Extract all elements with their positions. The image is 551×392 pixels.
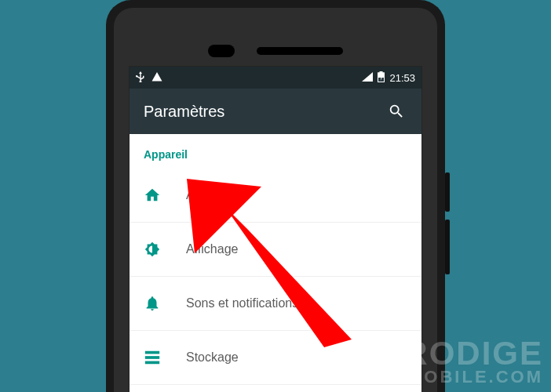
brightness-icon: [144, 241, 161, 258]
setting-item-home[interactable]: Accueil: [130, 169, 421, 223]
setting-item-display[interactable]: Affichage: [130, 223, 421, 277]
section-header-device: Appareil: [130, 134, 421, 169]
svg-rect-1: [145, 356, 159, 359]
search-button[interactable]: [385, 100, 407, 122]
settings-content[interactable]: Appareil Accueil Affichage Sons et notif…: [130, 134, 421, 392]
earpiece-speaker: [257, 47, 343, 55]
search-icon: [388, 103, 405, 120]
svg-rect-0: [145, 351, 159, 354]
app-title: Paramètres: [144, 103, 224, 121]
battery-charging-icon: [378, 71, 385, 85]
setting-label: Accueil: [186, 188, 227, 202]
setting-label: Stockage: [186, 350, 239, 365]
storage-icon: [144, 349, 161, 366]
bell-icon: [144, 295, 161, 312]
status-bar: 21:53: [130, 67, 421, 89]
warning-icon: [151, 71, 162, 85]
setting-label: Affichage: [186, 242, 238, 256]
phone-top-elements: [114, 39, 437, 63]
signal-icon: [362, 72, 373, 84]
setting-item-sound[interactable]: Sons et notifications: [130, 277, 421, 331]
svg-rect-2: [145, 361, 159, 365]
home-icon: [144, 187, 161, 204]
screen: 21:53 Paramètres Appareil Accueil Affic: [130, 67, 421, 392]
setting-item-storage[interactable]: Stockage: [130, 331, 421, 385]
volume-button: [445, 220, 450, 274]
setting-label: Sons et notifications: [186, 296, 298, 310]
power-button: [445, 172, 450, 212]
status-time: 21:53: [389, 72, 415, 84]
usb-icon: [136, 71, 145, 85]
phone-frame: 21:53 Paramètres Appareil Accueil Affic: [106, 0, 445, 392]
front-camera: [208, 45, 235, 57]
app-bar: Paramètres: [130, 89, 421, 134]
